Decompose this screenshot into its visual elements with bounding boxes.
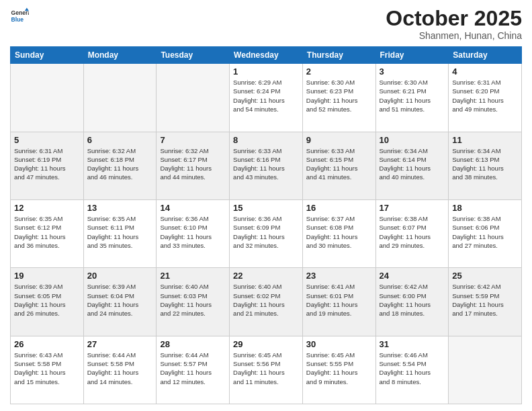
day-info: Sunrise: 6:43 AM Sunset: 5:58 PM Dayligh… xyxy=(14,351,80,386)
day-number: 14 xyxy=(160,203,226,213)
table-row: 20Sunrise: 6:39 AM Sunset: 6:04 PM Dayli… xyxy=(83,268,157,336)
table-row: 25Sunrise: 6:42 AM Sunset: 5:59 PM Dayli… xyxy=(449,268,522,336)
header-monday: Monday xyxy=(83,47,157,64)
day-number: 7 xyxy=(160,135,226,145)
day-number: 21 xyxy=(160,271,226,281)
table-row: 31Sunrise: 6:46 AM Sunset: 5:54 PM Dayli… xyxy=(375,336,449,404)
day-number: 3 xyxy=(380,66,445,77)
day-info: Sunrise: 6:35 AM Sunset: 6:11 PM Dayligh… xyxy=(87,214,153,250)
day-number: 6 xyxy=(87,135,153,145)
table-row: 15Sunrise: 6:36 AM Sunset: 6:09 PM Dayli… xyxy=(230,199,303,267)
day-info: Sunrise: 6:36 AM Sunset: 6:10 PM Dayligh… xyxy=(160,214,226,250)
day-number: 20 xyxy=(87,271,153,281)
title-block: October 2025 Shanmen, Hunan, China xyxy=(386,7,522,41)
day-info: Sunrise: 6:31 AM Sunset: 6:20 PM Dayligh… xyxy=(452,78,518,113)
day-number: 5 xyxy=(14,135,80,145)
day-info: Sunrise: 6:45 AM Sunset: 5:55 PM Dayligh… xyxy=(306,351,372,386)
table-row: 16Sunrise: 6:37 AM Sunset: 6:08 PM Dayli… xyxy=(302,199,375,267)
day-number: 28 xyxy=(160,339,226,349)
day-number: 19 xyxy=(14,271,80,281)
day-number: 22 xyxy=(233,271,299,281)
table-row: 13Sunrise: 6:35 AM Sunset: 6:11 PM Dayli… xyxy=(83,199,157,267)
day-info: Sunrise: 6:42 AM Sunset: 5:59 PM Dayligh… xyxy=(452,282,518,318)
calendar-table: Sunday Monday Tuesday Wednesday Thursday… xyxy=(10,46,522,404)
day-info: Sunrise: 6:38 AM Sunset: 6:06 PM Dayligh… xyxy=(452,214,518,250)
day-number: 29 xyxy=(233,339,299,349)
day-info: Sunrise: 6:40 AM Sunset: 6:02 PM Dayligh… xyxy=(233,282,299,318)
table-row: 11Sunrise: 6:34 AM Sunset: 6:13 PM Dayli… xyxy=(449,132,522,199)
logo-icon: General Blue xyxy=(10,7,29,26)
table-row: 18Sunrise: 6:38 AM Sunset: 6:06 PM Dayli… xyxy=(449,199,522,267)
table-row: 3Sunrise: 6:30 AM Sunset: 6:21 PM Daylig… xyxy=(375,64,449,132)
day-info: Sunrise: 6:38 AM Sunset: 6:07 PM Dayligh… xyxy=(380,214,445,250)
table-row: 30Sunrise: 6:45 AM Sunset: 5:55 PM Dayli… xyxy=(302,336,375,404)
table-row: 12Sunrise: 6:35 AM Sunset: 6:12 PM Dayli… xyxy=(11,199,84,267)
day-info: Sunrise: 6:44 AM Sunset: 5:58 PM Dayligh… xyxy=(87,351,153,386)
location-subtitle: Shanmen, Hunan, China xyxy=(386,30,522,41)
day-info: Sunrise: 6:39 AM Sunset: 6:04 PM Dayligh… xyxy=(87,282,153,318)
page-header: General Blue October 2025 Shanmen, Hunan… xyxy=(10,7,522,41)
day-number: 30 xyxy=(306,339,372,349)
day-number: 12 xyxy=(14,203,80,213)
day-number: 8 xyxy=(233,135,299,145)
table-row: 1Sunrise: 6:29 AM Sunset: 6:24 PM Daylig… xyxy=(230,64,303,132)
calendar-week-row: 1Sunrise: 6:29 AM Sunset: 6:24 PM Daylig… xyxy=(11,64,522,132)
day-number: 23 xyxy=(306,271,372,281)
table-row: 9Sunrise: 6:33 AM Sunset: 6:15 PM Daylig… xyxy=(302,132,375,199)
day-number: 31 xyxy=(380,339,445,349)
day-number: 10 xyxy=(380,135,445,145)
day-info: Sunrise: 6:34 AM Sunset: 6:14 PM Dayligh… xyxy=(380,146,445,182)
day-number: 25 xyxy=(452,271,518,281)
day-info: Sunrise: 6:29 AM Sunset: 6:24 PM Dayligh… xyxy=(233,78,299,113)
day-info: Sunrise: 6:45 AM Sunset: 5:56 PM Dayligh… xyxy=(233,351,299,386)
day-info: Sunrise: 6:41 AM Sunset: 6:01 PM Dayligh… xyxy=(306,282,372,318)
day-number: 13 xyxy=(87,203,153,213)
day-info: Sunrise: 6:31 AM Sunset: 6:19 PM Dayligh… xyxy=(14,146,80,182)
day-info: Sunrise: 6:37 AM Sunset: 6:08 PM Dayligh… xyxy=(306,214,372,250)
header-wednesday: Wednesday xyxy=(230,47,303,64)
table-row xyxy=(157,64,230,132)
header-thursday: Thursday xyxy=(302,47,375,64)
day-info: Sunrise: 6:33 AM Sunset: 6:16 PM Dayligh… xyxy=(233,146,299,182)
day-info: Sunrise: 6:44 AM Sunset: 5:57 PM Dayligh… xyxy=(160,351,226,386)
header-sunday: Sunday xyxy=(11,47,84,64)
table-row: 14Sunrise: 6:36 AM Sunset: 6:10 PM Dayli… xyxy=(157,199,230,267)
day-number: 17 xyxy=(380,203,445,213)
day-info: Sunrise: 6:46 AM Sunset: 5:54 PM Dayligh… xyxy=(380,351,445,386)
calendar-week-row: 12Sunrise: 6:35 AM Sunset: 6:12 PM Dayli… xyxy=(11,199,522,267)
table-row: 5Sunrise: 6:31 AM Sunset: 6:19 PM Daylig… xyxy=(11,132,84,199)
day-number: 27 xyxy=(87,339,153,349)
day-info: Sunrise: 6:40 AM Sunset: 6:03 PM Dayligh… xyxy=(160,282,226,318)
table-row: 6Sunrise: 6:32 AM Sunset: 6:18 PM Daylig… xyxy=(83,132,157,199)
table-row: 19Sunrise: 6:39 AM Sunset: 6:05 PM Dayli… xyxy=(11,268,84,336)
calendar-week-row: 19Sunrise: 6:39 AM Sunset: 6:05 PM Dayli… xyxy=(11,268,522,336)
header-saturday: Saturday xyxy=(449,47,522,64)
table-row: 22Sunrise: 6:40 AM Sunset: 6:02 PM Dayli… xyxy=(230,268,303,336)
table-row xyxy=(11,64,84,132)
calendar-week-row: 26Sunrise: 6:43 AM Sunset: 5:58 PM Dayli… xyxy=(11,336,522,404)
day-info: Sunrise: 6:34 AM Sunset: 6:13 PM Dayligh… xyxy=(452,146,518,182)
day-number: 18 xyxy=(452,203,518,213)
table-row: 26Sunrise: 6:43 AM Sunset: 5:58 PM Dayli… xyxy=(11,336,84,404)
table-row: 2Sunrise: 6:30 AM Sunset: 6:23 PM Daylig… xyxy=(302,64,375,132)
table-row xyxy=(83,64,157,132)
day-number: 9 xyxy=(306,135,372,145)
table-row: 10Sunrise: 6:34 AM Sunset: 6:14 PM Dayli… xyxy=(375,132,449,199)
day-info: Sunrise: 6:35 AM Sunset: 6:12 PM Dayligh… xyxy=(14,214,80,250)
day-info: Sunrise: 6:30 AM Sunset: 6:23 PM Dayligh… xyxy=(306,78,372,113)
svg-text:Blue: Blue xyxy=(11,16,24,23)
day-info: Sunrise: 6:30 AM Sunset: 6:21 PM Dayligh… xyxy=(380,78,445,113)
table-row xyxy=(449,336,522,404)
day-info: Sunrise: 6:39 AM Sunset: 6:05 PM Dayligh… xyxy=(14,282,80,318)
table-row: 28Sunrise: 6:44 AM Sunset: 5:57 PM Dayli… xyxy=(157,336,230,404)
day-number: 16 xyxy=(306,203,372,213)
day-number: 1 xyxy=(233,66,299,77)
calendar-week-row: 5Sunrise: 6:31 AM Sunset: 6:19 PM Daylig… xyxy=(11,132,522,199)
day-number: 15 xyxy=(233,203,299,213)
table-row: 21Sunrise: 6:40 AM Sunset: 6:03 PM Dayli… xyxy=(157,268,230,336)
table-row: 7Sunrise: 6:32 AM Sunset: 6:17 PM Daylig… xyxy=(157,132,230,199)
table-row: 8Sunrise: 6:33 AM Sunset: 6:16 PM Daylig… xyxy=(230,132,303,199)
day-info: Sunrise: 6:32 AM Sunset: 6:18 PM Dayligh… xyxy=(87,146,153,182)
calendar-header-row: Sunday Monday Tuesday Wednesday Thursday… xyxy=(11,47,522,64)
day-info: Sunrise: 6:32 AM Sunset: 6:17 PM Dayligh… xyxy=(160,146,226,182)
